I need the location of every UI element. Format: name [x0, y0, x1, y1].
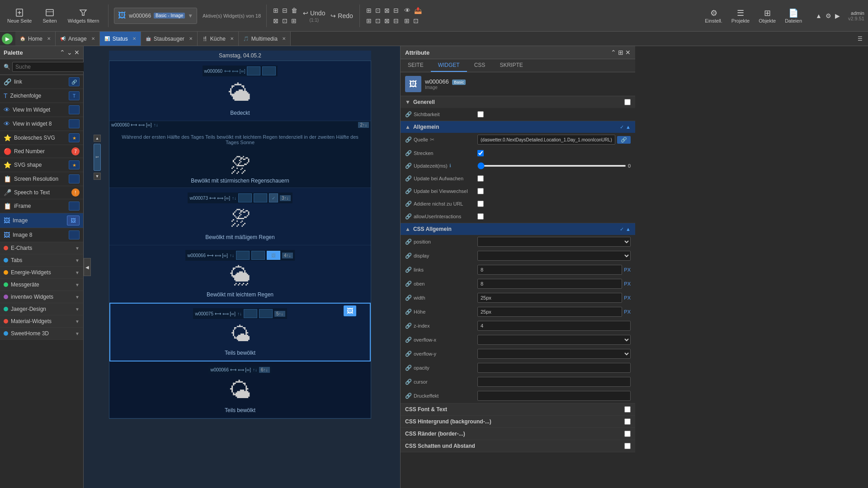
- publish-icon[interactable]: 📤: [413, 6, 423, 15]
- section-css-raender-header[interactable]: CSS Ränder (border-...): [401, 428, 635, 440]
- palette-item-image[interactable]: 🖼 Image 🖼: [0, 213, 83, 228]
- tab-staubsauger[interactable]: 🤖 Staubsauger ✕: [141, 32, 198, 46]
- delete-icon[interactable]: 🗑: [290, 6, 298, 15]
- search-input[interactable]: [12, 62, 86, 72]
- tab-seite[interactable]: SEITE: [401, 59, 431, 72]
- palette-item-link[interactable]: 🔗 link 🔗: [0, 75, 83, 89]
- druckeffekt-input[interactable]: [477, 391, 631, 401]
- paste-icon[interactable]: ⊟: [281, 6, 288, 15]
- palette-up[interactable]: ⌃: [60, 49, 65, 56]
- palette-item-image-8[interactable]: 🖼 Image 8: [0, 228, 83, 242]
- move-icon[interactable]: ⊞: [290, 16, 297, 25]
- opacity-input[interactable]: [477, 363, 631, 373]
- objekte-button[interactable]: ⊞ Objekte: [759, 8, 776, 23]
- palette-item-iframe[interactable]: 📋 iFrame: [0, 199, 83, 213]
- tab-kueche[interactable]: 🍴 Küche ✕: [198, 32, 239, 46]
- play-button[interactable]: ▶: [834, 11, 841, 20]
- links-input[interactable]: [477, 265, 622, 275]
- tab-multimedia-close[interactable]: ✕: [282, 36, 286, 41]
- align-icon[interactable]: ⊠: [272, 16, 279, 25]
- section-generell-header[interactable]: ▼ Generell: [401, 96, 635, 108]
- viewwechsel-checkbox[interactable]: [477, 188, 484, 194]
- nav-up-btn[interactable]: ▲: [94, 135, 101, 142]
- weather-row-5[interactable]: w000075 ⟷ ⟺ [∞] ↑↓ 5↑↓ 🌤 Teils bewölkt: [109, 303, 371, 361]
- widget-selector[interactable]: 🖼 w000066 Basic - Image ▼: [114, 8, 197, 24]
- seiten-button[interactable]: Seiten: [39, 6, 60, 25]
- css-font-checkbox[interactable]: [624, 406, 631, 413]
- weather-row-2[interactable]: w000060 ⟷ ⟺ [∞] ↑↓ 2↑↓ Während der erste…: [109, 121, 371, 188]
- nav-down-btn[interactable]: ▼: [94, 173, 101, 180]
- palette-item-boolesches-svg[interactable]: ⭐ Boolesches SVG ★: [0, 131, 83, 145]
- palette-down[interactable]: ⌄: [67, 49, 72, 56]
- position-select[interactable]: [477, 237, 631, 247]
- group-tabs[interactable]: Tabs ▼: [0, 254, 83, 267]
- collapse-left-btn[interactable]: ◀: [84, 258, 91, 276]
- group-energie[interactable]: Energie-Widgets ▼: [0, 267, 83, 279]
- palette-close[interactable]: ✕: [74, 49, 80, 56]
- section-css-font-header[interactable]: CSS Font & Text: [401, 404, 635, 415]
- tab-status-close[interactable]: ✕: [132, 36, 136, 41]
- distribute-icon[interactable]: ⊡: [281, 16, 288, 25]
- neue-seite-button[interactable]: Neue Seite: [4, 6, 35, 25]
- overflow-y-select[interactable]: [477, 349, 631, 359]
- oben-unit[interactable]: PX: [624, 281, 631, 286]
- attr-close-btn[interactable]: ✕: [625, 49, 631, 56]
- tab-home[interactable]: 🏠 Home ✕: [15, 32, 56, 46]
- sichtbarkeit-checkbox[interactable]: [477, 111, 484, 117]
- css-schatten-checkbox[interactable]: [624, 443, 631, 449]
- palette-item-screen-resolution[interactable]: 📋 Screen Resolution: [0, 172, 83, 186]
- tab-home-close[interactable]: ✕: [47, 36, 51, 41]
- group-material[interactable]: Material-Widgets ▼: [0, 315, 83, 328]
- aufwachen-checkbox[interactable]: [477, 175, 484, 182]
- group-sweethome[interactable]: SweetHome 3D ▼: [0, 328, 83, 340]
- weather-row-3[interactable]: w000073 ⟷ ⟺ [∞] ↑↓ ✓ 3↑↓ ⛈ Bewölkt mit m…: [109, 188, 371, 245]
- group-messgeraete[interactable]: Messgeräte ▼: [0, 279, 83, 291]
- view-icon-4[interactable]: ⊟: [392, 6, 400, 15]
- redo-button[interactable]: ↪ Redo: [330, 11, 354, 20]
- allow-checkbox[interactable]: [477, 213, 484, 220]
- width-unit[interactable]: PX: [624, 295, 631, 300]
- grid-icon[interactable]: ⊞: [403, 16, 410, 25]
- section-css-schatten-header[interactable]: CSS Schatten und Abstand: [401, 440, 635, 452]
- preview-icon[interactable]: 👁: [403, 6, 411, 15]
- play-tab-button[interactable]: ▶: [2, 33, 13, 44]
- size-icon-3[interactable]: ⊠: [383, 16, 391, 25]
- overflow-x-select[interactable]: [477, 335, 631, 345]
- display-select[interactable]: [477, 251, 631, 261]
- widgets-filtern-button[interactable]: Widgets filtern: [64, 6, 103, 25]
- weather-row-4[interactable]: w000066 ⟷ ⟺ [∞] ↑↓ 🖼 4↑↓ 🌦 Bewölkt mit l…: [109, 245, 371, 303]
- export-icon[interactable]: ⊟: [392, 16, 400, 25]
- size-icon-1[interactable]: ⊞: [365, 16, 373, 25]
- strecken-checkbox[interactable]: [477, 150, 484, 156]
- size-icon-2[interactable]: ⊡: [374, 16, 382, 25]
- cursor-input[interactable]: [477, 377, 631, 387]
- tab-menu[interactable]: ☰: [854, 36, 866, 42]
- palette-item-speech-to-text[interactable]: 🎤 Speech to Text !: [0, 186, 83, 199]
- group-echarts[interactable]: E-Charts ▼: [0, 242, 83, 254]
- tab-kueche-close[interactable]: ✕: [230, 36, 234, 41]
- hoehe-unit[interactable]: PX: [624, 309, 631, 314]
- tab-status[interactable]: 📊 Status ✕: [100, 32, 141, 46]
- view-icon-1[interactable]: ⊞: [365, 6, 373, 15]
- palette-item-svg-shape[interactable]: ⭐ SVG shape ★: [0, 158, 83, 172]
- attr-up-btn[interactable]: ⌃: [611, 49, 616, 56]
- updatezeit-slider[interactable]: [477, 165, 626, 167]
- undo-button[interactable]: ↩ Undo: [302, 9, 326, 18]
- group-jaeger[interactable]: Jaeger-Design ▼: [0, 303, 83, 315]
- generell-checkbox[interactable]: [624, 99, 631, 105]
- css-hintergrund-checkbox[interactable]: [624, 418, 631, 425]
- tab-ansage[interactable]: 📢 Ansage ✕: [56, 32, 100, 46]
- zindex-input[interactable]: [477, 321, 631, 331]
- settings-button[interactable]: ⚙: [825, 11, 832, 20]
- tab-skripte[interactable]: SKRIPTE: [492, 59, 530, 72]
- dateien-button[interactable]: 📄 Dateien: [785, 8, 802, 23]
- palette-item-view-widget-8[interactable]: 👁 View in widget 8: [0, 117, 83, 131]
- tab-css[interactable]: CSS: [467, 59, 493, 72]
- weather-row-6[interactable]: w000066 ⟷ ⟺ [∞] ↑↓ 6↑↓ 🌤 Teils bewölkt: [109, 361, 371, 418]
- width-input[interactable]: [477, 293, 622, 303]
- attr-expand-btn[interactable]: ⊞: [618, 49, 623, 56]
- view-icon-2[interactable]: ⊡: [374, 6, 382, 15]
- einstell-button[interactable]: ⚙ Einstell.: [705, 8, 722, 23]
- settings-icon-2[interactable]: ⊡: [412, 16, 420, 25]
- copy-icon[interactable]: ⊞: [272, 6, 279, 15]
